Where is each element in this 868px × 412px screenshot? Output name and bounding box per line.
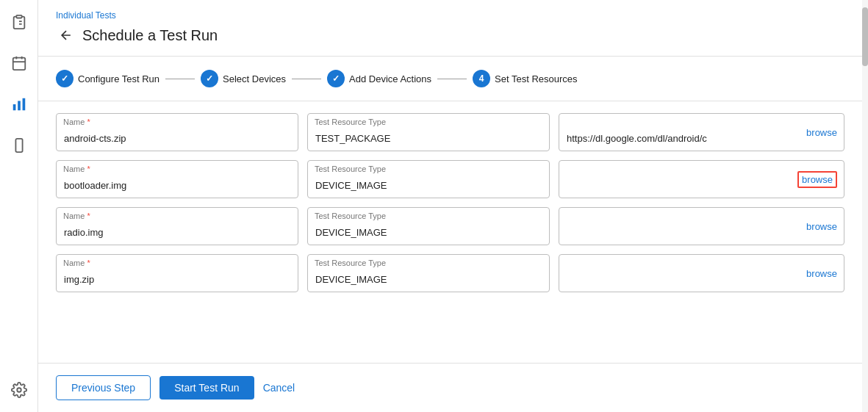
name-field-1: Name *: [56, 113, 298, 151]
url-field-3: Download Url * browse: [559, 207, 844, 245]
name-field-4: Name *: [56, 254, 298, 292]
svg-point-14: [17, 388, 21, 392]
scrollbar-thumb[interactable]: [862, 7, 868, 66]
name-input-3[interactable]: [56, 207, 298, 245]
type-field-1: Test Resource Type: [307, 113, 550, 151]
footer-actions: Previous Step Start Test Run Cancel: [38, 363, 862, 412]
svg-rect-5: [12, 58, 25, 71]
step-3-label: Add Device Actions: [349, 73, 431, 84]
sidebar-icon-barchart[interactable]: [6, 91, 32, 118]
browse-button-3[interactable]: browse: [806, 221, 837, 232]
step-divider-3: [437, 79, 467, 79]
sidebar-icon-clipboard[interactable]: [6, 9, 32, 35]
svg-rect-12: [15, 139, 22, 152]
name-field-3: Name *: [56, 207, 298, 245]
svg-rect-11: [22, 98, 25, 111]
start-test-run-button[interactable]: Start Test Run: [159, 376, 254, 400]
step-1: ✓ Configure Test Run: [56, 70, 159, 87]
type-input-3[interactable]: [307, 207, 550, 245]
form-area: Name * Test Resource Type Download Url *…: [38, 101, 862, 363]
step-2-label: Select Devices: [223, 73, 286, 84]
url-input-1[interactable]: [559, 113, 844, 151]
previous-step-button[interactable]: Previous Step: [56, 375, 151, 400]
resource-row-2: Name * Test Resource Type Download Url *…: [56, 160, 844, 198]
resource-row-4: Name * Test Resource Type Download Url *…: [56, 254, 844, 292]
sidebar-icon-gear[interactable]: [6, 377, 32, 403]
type-field-3: Test Resource Type: [307, 207, 550, 245]
url-field-2: Download Url * browse: [559, 160, 844, 198]
url-field-4: Download Url * browse: [559, 254, 844, 292]
url-field-inner-4: browse: [559, 254, 844, 292]
breadcrumb: Individual Tests: [38, 0, 862, 21]
svg-rect-9: [12, 104, 15, 110]
url-input-4[interactable]: [559, 254, 844, 292]
step-divider-1: [165, 79, 195, 79]
browse-button-1[interactable]: browse: [806, 127, 837, 138]
step-1-circle: ✓: [56, 70, 73, 87]
step-2: ✓ Select Devices: [201, 70, 286, 87]
sidebar-icon-phone[interactable]: [6, 132, 32, 159]
main-content: Individual Tests Schedule a Test Run ✓ C…: [38, 0, 862, 412]
step-3-circle: ✓: [327, 70, 345, 87]
url-field-inner-2: browse: [559, 160, 844, 198]
url-field-inner-1: browse: [559, 113, 844, 151]
url-field-1: Download Url * browse: [559, 113, 844, 151]
type-field-2: Test Resource Type: [307, 160, 550, 198]
type-field-4: Test Resource Type: [307, 254, 550, 292]
step-4: 4 Set Test Resources: [473, 70, 577, 87]
resource-row-3: Name * Test Resource Type Download Url *…: [56, 207, 844, 245]
stepper: ✓ Configure Test Run ✓ Select Devices ✓ …: [38, 57, 862, 101]
svg-rect-0: [16, 15, 21, 18]
step-4-circle: 4: [473, 70, 490, 87]
step-divider-2: [292, 79, 321, 79]
name-input-4[interactable]: [56, 254, 298, 292]
sidebar: [0, 0, 38, 412]
name-input-1[interactable]: [56, 113, 298, 151]
browse-button-2[interactable]: browse: [797, 171, 837, 188]
page-header: Schedule a Test Run: [38, 21, 862, 57]
name-input-2[interactable]: [56, 160, 298, 198]
name-field-2: Name *: [56, 160, 298, 198]
back-button[interactable]: [56, 25, 76, 46]
type-input-1[interactable]: [307, 113, 550, 151]
resource-row-1: Name * Test Resource Type Download Url *…: [56, 113, 844, 151]
step-1-label: Configure Test Run: [78, 73, 159, 84]
type-input-2[interactable]: [307, 160, 550, 198]
svg-rect-10: [18, 101, 21, 110]
page-title: Schedule a Test Run: [82, 27, 218, 44]
step-2-circle: ✓: [201, 70, 218, 87]
scrollbar-track[interactable]: [862, 0, 868, 412]
type-input-4[interactable]: [307, 254, 550, 292]
url-field-inner-3: browse: [559, 207, 844, 245]
sidebar-icon-calendar[interactable]: [6, 50, 32, 76]
step-3: ✓ Add Device Actions: [327, 70, 431, 87]
url-input-3[interactable]: [559, 207, 844, 245]
browse-button-4[interactable]: browse: [806, 268, 837, 279]
step-4-label: Set Test Resources: [495, 73, 577, 84]
cancel-button[interactable]: Cancel: [263, 382, 295, 394]
